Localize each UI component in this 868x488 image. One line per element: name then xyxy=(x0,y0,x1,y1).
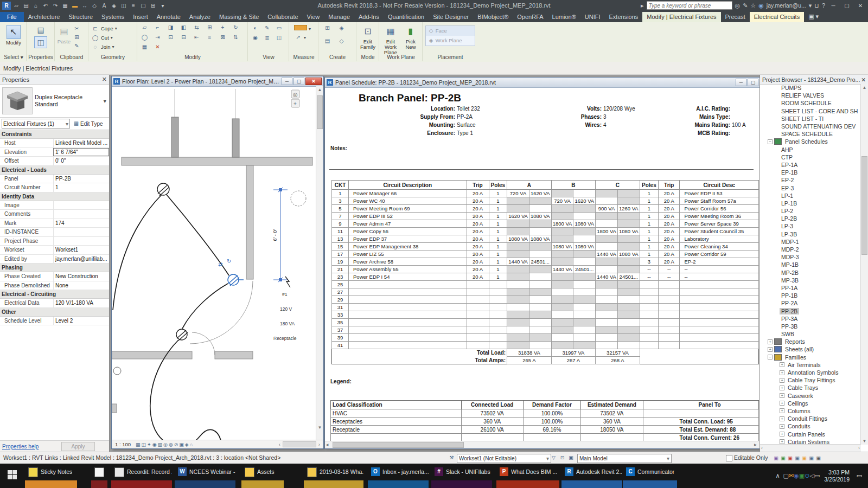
apply-button[interactable]: Apply xyxy=(61,442,95,451)
browser-item[interactable]: SPACE SCHEDULE xyxy=(760,130,861,138)
tab-precast[interactable]: Precast xyxy=(721,12,750,22)
browser-item[interactable]: AHP xyxy=(760,146,861,153)
editable-only-checkbox[interactable] xyxy=(726,455,732,461)
user-avatar-icon[interactable]: ◉ xyxy=(758,2,764,9)
save-icon[interactable]: ▤ xyxy=(22,2,30,10)
taskbar-app-outlook[interactable]: OInbox - jay.merla... xyxy=(368,464,429,488)
ribbon-tab[interactable]: View xyxy=(303,12,324,22)
horizontal-scrollbar[interactable]: ◄ ► xyxy=(325,441,759,448)
taskbar-app-word[interactable]: WNCEES Webinar -... xyxy=(175,464,235,488)
browser-item[interactable]: LP-2 xyxy=(760,207,861,215)
modify-panel-caption[interactable]: Modify xyxy=(138,54,247,61)
geometry-panel-caption[interactable]: Geometry xyxy=(89,54,137,61)
taskbar-app-slack[interactable]: #Slack - UNIFIlabs xyxy=(431,464,492,488)
property-group-header[interactable]: Electrical - Circuiting xyxy=(0,290,109,299)
modify-tool-icon[interactable]: ⊞ xyxy=(206,24,214,31)
close-hidden-windows-icon[interactable]: ▢ xyxy=(139,2,148,10)
browser-item[interactable]: MP-2B xyxy=(760,269,861,277)
circuit-row[interactable]: 13Power EDP 3720 A11080 VA1080 VA120 ALa… xyxy=(332,235,759,243)
undo-arrow-icon[interactable]: ↶ xyxy=(41,2,50,10)
modify-tool-icon[interactable]: ⊟ xyxy=(180,34,188,41)
thin-lines-icon[interactable]: ≡ xyxy=(129,2,138,10)
load-classification-table[interactable]: Load ClassificationConnected LoadDemand … xyxy=(330,400,759,442)
tab-electrical-circuits[interactable]: Electrical Circuits xyxy=(750,12,804,22)
browser-item[interactable]: PP-3A xyxy=(760,315,861,323)
ribbon-tab[interactable]: BIMobject® xyxy=(473,12,513,22)
maximize-icon[interactable]: ▢ xyxy=(293,78,304,85)
ribbon-tab[interactable]: Extensions xyxy=(605,12,643,22)
maximize-icon[interactable]: ▢ xyxy=(748,79,758,86)
ribbon-tab[interactable]: Insert xyxy=(129,12,152,22)
user-account[interactable]: jay.merlan@u... xyxy=(767,2,806,9)
browser-item[interactable]: PP-2A xyxy=(760,299,861,307)
circuit-row[interactable]: 31 xyxy=(332,304,759,311)
teams-icon[interactable]: ◉ xyxy=(794,472,799,479)
expand-icon[interactable]: + xyxy=(780,362,784,367)
close-icon[interactable]: ✕ xyxy=(305,78,322,85)
ribbon-tab[interactable]: Annotate xyxy=(152,12,185,22)
browser-item[interactable]: MDP-1 xyxy=(760,238,861,246)
view-bar-icon[interactable]: ✦ xyxy=(147,442,151,447)
design-option-select[interactable]: Main Model▾ xyxy=(577,454,672,463)
browser-item[interactable]: MDP-2 xyxy=(760,246,861,253)
default-3d-view-icon[interactable]: ◈ xyxy=(110,2,118,10)
restore-button[interactable]: ▢ xyxy=(841,3,852,9)
type-selector[interactable]: Duplex Receptacle Standard ▾ xyxy=(0,85,109,118)
browser-item[interactable]: +Conduits xyxy=(760,422,861,430)
view-bar-icon[interactable]: ▧ xyxy=(158,442,163,447)
shield-icon[interactable]: ▣ xyxy=(799,472,805,479)
collapse-icon[interactable]: − xyxy=(768,355,773,359)
expand-icon[interactable]: + xyxy=(780,378,784,383)
circuit-row[interactable]: 11Power Copy 5620 A11800 VA1080 VA120 AP… xyxy=(332,228,759,235)
browser-item[interactable]: SOUND ATTENUATING DEV xyxy=(760,123,861,130)
circuit-row[interactable]: 35 xyxy=(332,319,759,326)
view-bar-icon[interactable]: ◎ xyxy=(163,442,168,447)
pick-new-button[interactable]: ▮ Pick New xyxy=(401,24,420,55)
panel-schedule-titlebar[interactable]: R Panel Schedule: PP-2B - 181234_Demo Pr… xyxy=(325,78,760,88)
browser-item[interactable]: CTP xyxy=(760,153,861,161)
properties-help-link[interactable]: Properties help xyxy=(2,444,39,450)
clock[interactable]: 3:03 PM 3/25/2019 xyxy=(824,469,850,483)
browser-item[interactable]: MP-1B xyxy=(760,261,861,268)
property-value[interactable] xyxy=(53,201,109,210)
floor-plan-window[interactable]: R Floor Plan: Level 2 - Power Plan - 181… xyxy=(111,76,324,449)
clipboard-panel-caption[interactable]: Clipboard xyxy=(55,54,88,61)
join-button[interactable]: ◌Join▾ xyxy=(91,42,137,52)
expand-arrow-icon[interactable]: ▸ xyxy=(641,2,644,9)
edit-work-plane-button[interactable]: ▦ Edit Work Plane xyxy=(380,24,401,55)
edit-family-button[interactable]: ⊡ Edit Family xyxy=(357,24,379,50)
property-value[interactable]: 1' 6 7/64" xyxy=(53,148,109,157)
circuit-row[interactable]: 1Power Manager 6620 A1720 VA1620 VA120 A… xyxy=(332,190,759,197)
close-button[interactable]: ✕ xyxy=(855,3,866,9)
minimize-icon[interactable]: ─ xyxy=(736,79,746,86)
create-tool-icon[interactable]: ◈ xyxy=(337,24,346,32)
browser-item[interactable]: +Columns xyxy=(760,407,861,415)
ribbon-tab[interactable]: Analyze xyxy=(185,12,215,22)
view-bar-icon[interactable]: ◉ xyxy=(152,442,157,447)
ribbon-tab[interactable]: Lumion® xyxy=(548,12,580,22)
copy-to-clipboard-icon[interactable]: ⊞ xyxy=(73,34,81,41)
scroll-down-icon[interactable]: ▼ xyxy=(316,424,323,431)
warning-icon[interactable]: ▣ xyxy=(801,455,808,462)
browser-item[interactable]: ROOM SCHEDULE xyxy=(760,99,861,107)
expand-icon[interactable]: + xyxy=(780,424,784,429)
help-icon[interactable]: ? xyxy=(822,2,825,9)
circuit-row[interactable]: 29 xyxy=(332,296,759,304)
property-value[interactable]: Linked Revit Model ... xyxy=(53,139,109,147)
select-panel-caption[interactable]: Select ▾ xyxy=(1,54,26,61)
browser-item[interactable]: EP-2 xyxy=(760,176,861,184)
taskbar-app-folder-assets[interactable]: Assets xyxy=(241,464,284,488)
view-tool-icon[interactable]: ◫ xyxy=(275,34,283,42)
pin-icon[interactable]: ▣ xyxy=(787,455,794,462)
circuit-row[interactable]: 27 xyxy=(332,288,759,296)
property-value[interactable]: Level 2 xyxy=(53,317,109,325)
circuit-row[interactable]: 19Power Archive 5820 A11440 VA24501...32… xyxy=(332,258,759,266)
modify-tool-icon[interactable]: ⌐ xyxy=(154,24,162,31)
ribbon-tab[interactable]: Site Designer xyxy=(429,12,473,22)
ribbon-tab[interactable]: Architecture xyxy=(24,12,65,22)
browser-item[interactable]: +Reports xyxy=(760,338,861,345)
ribbon-display-toggle-icon[interactable]: ▣ ▾ xyxy=(804,11,823,22)
work-plane-panel-caption[interactable]: Work Plane xyxy=(380,54,422,61)
circuit-table[interactable]: CKTCircuit DescriptionTripPolesABCPolesT… xyxy=(331,180,759,364)
ribbon-tab[interactable]: Add-Ins xyxy=(354,12,384,22)
